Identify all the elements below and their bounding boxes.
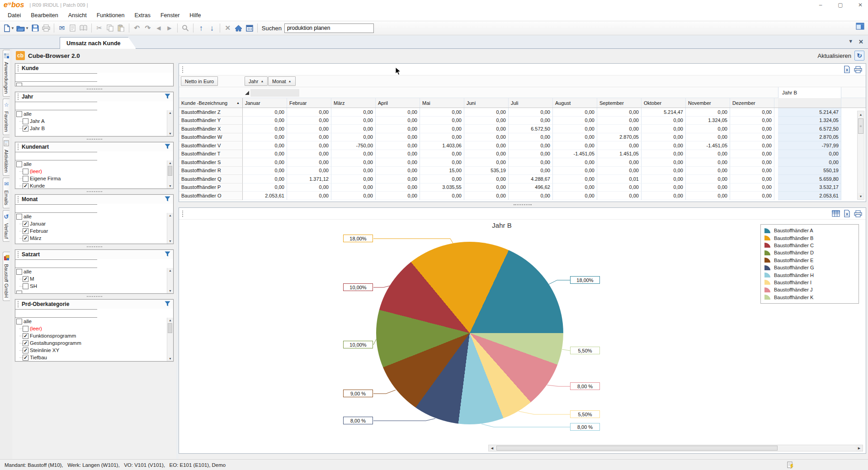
toolbar-open-folder-button[interactable]: ▼ xyxy=(15,22,30,34)
tab-close-icon[interactable]: ✕ xyxy=(859,38,863,45)
filter-item-jahr-alle[interactable]: alle xyxy=(15,110,173,118)
scroll-left-icon[interactable]: ◀ xyxy=(489,445,495,451)
filter-icon[interactable] xyxy=(165,144,170,149)
toolbar-home-button[interactable] xyxy=(233,22,244,34)
column-header-märz[interactable]: März xyxy=(331,98,376,108)
toolbar-paste-button[interactable] xyxy=(116,22,127,34)
maximize-button[interactable]: ▢ xyxy=(837,2,844,8)
excel-icon[interactable]: X xyxy=(844,210,850,217)
rail-tab-verlauf[interactable]: ↺Verlauf xyxy=(3,210,9,242)
scroll-up-icon[interactable]: ▲ xyxy=(169,319,172,322)
checkbox-checked-icon[interactable]: ✓ xyxy=(23,183,28,189)
refresh-button[interactable]: ↻ xyxy=(854,51,864,61)
scroll-up-icon[interactable]: ▲ xyxy=(169,269,172,272)
filter-item-prd-oberkategorie-alle[interactable]: alle xyxy=(15,318,173,325)
filter-item-prd-oberkategorie-tiefbau[interactable]: ✓Tiefbau xyxy=(15,354,173,361)
panel-splitter[interactable] xyxy=(15,294,174,299)
column-header-august[interactable]: August xyxy=(553,98,597,108)
menu-ansicht[interactable]: Ansicht xyxy=(63,11,92,20)
menu-extras[interactable]: Extras xyxy=(130,11,156,20)
toolbar-nav-forward-button[interactable]: ▶ xyxy=(164,22,175,34)
window-layout-icon[interactable] xyxy=(856,23,864,30)
scroll-thumb[interactable] xyxy=(496,446,778,451)
toolbar-report-button[interactable] xyxy=(67,22,78,34)
filter-item-monat-februar[interactable]: ✓Februar xyxy=(15,227,173,235)
toolbar-new-document-button[interactable]: ▼ xyxy=(3,22,15,34)
column-header-februar[interactable]: Februar xyxy=(287,98,331,108)
toolbar-calendar-button[interactable] xyxy=(244,22,255,34)
panel-splitter[interactable] xyxy=(15,189,174,194)
filter-icon[interactable] xyxy=(165,251,170,257)
drag-handle-icon[interactable] xyxy=(18,251,19,258)
filter-list-scrollbar[interactable]: ▲▼ xyxy=(167,318,173,361)
filter-item-kundenart-eigene-firma[interactable]: Eigene Firma xyxy=(15,175,173,182)
checkbox-unchecked-icon[interactable] xyxy=(16,214,22,220)
filter-item-jahr-jahr-a[interactable]: Jahr A xyxy=(15,118,173,125)
toolbar-book-button[interactable] xyxy=(78,22,89,34)
toolbar-nav-back-button[interactable]: ◀ xyxy=(153,22,164,34)
filter-item-kundenart-alle[interactable]: alle xyxy=(15,160,173,168)
scroll-up-icon[interactable]: ▲ xyxy=(169,111,172,114)
drag-handle-icon[interactable] xyxy=(182,211,184,217)
menu-hilfe[interactable]: Hilfe xyxy=(184,11,206,20)
filter-icon[interactable] xyxy=(165,196,170,202)
checkbox-unchecked-icon[interactable] xyxy=(16,161,22,167)
filter-item-satzart-alle[interactable]: alle xyxy=(15,268,173,275)
chart-horizontal-scrollbar[interactable]: ◀ ▶ xyxy=(488,445,863,451)
toolbar-cut-button[interactable]: ✂ xyxy=(94,22,105,34)
column-header-dezember[interactable]: Dezember xyxy=(730,98,774,108)
filter-item-satzart-sh[interactable]: SH xyxy=(15,282,173,290)
scroll-up-icon[interactable]: ▲ xyxy=(169,161,172,164)
checkbox-checked-icon[interactable]: ✓ xyxy=(23,355,28,361)
toolbar-save-button[interactable] xyxy=(30,22,41,34)
toolbar-email-button[interactable]: ✉ xyxy=(57,22,67,34)
toolbar-copy-button[interactable] xyxy=(105,22,116,34)
row-header-kunde-bezeichnung[interactable]: Kunde -Bezeichnung▲ xyxy=(179,98,243,108)
scroll-thumb[interactable]: ≡ xyxy=(858,118,863,134)
filter-list-scrollbar[interactable]: ▲▼ xyxy=(167,160,173,188)
filter-item-prd-oberkategorie-funktionsprogramm[interactable]: ✓Funktionsprogramm xyxy=(15,332,173,339)
scroll-down-icon[interactable]: ▼ xyxy=(169,132,172,135)
checkbox-checked-icon[interactable]: ✓ xyxy=(23,348,28,353)
panel-splitter[interactable] xyxy=(15,244,174,249)
scroll-down-icon[interactable]: ▼ xyxy=(169,240,172,243)
expand-group-icon[interactable] xyxy=(245,91,249,95)
measure-field-button[interactable]: Netto in Euro xyxy=(181,76,218,86)
filter-item-prd-oberkategorie-gestaltungsprogramm[interactable]: ✓Gestaltungsprogramm xyxy=(15,339,173,347)
scroll-up-icon[interactable]: ▲ xyxy=(858,111,864,118)
column-field-monat-button[interactable]: Monat▲ xyxy=(268,76,296,86)
filter-item-prd-oberkategorie-steinlinie-xy[interactable]: ✓Steinlinie XY xyxy=(15,347,173,354)
checkbox-unchecked-icon[interactable] xyxy=(23,283,28,289)
minimize-button[interactable]: – xyxy=(817,2,824,8)
filter-item-satzart-m[interactable]: ✓M xyxy=(15,275,173,282)
scroll-thumb[interactable] xyxy=(168,323,172,333)
filter-item-prd-oberkategorie-leer-[interactable]: (leer) xyxy=(15,325,173,332)
toolbar-undo-button[interactable]: ↶ xyxy=(132,22,142,34)
filter-icon[interactable] xyxy=(165,301,170,306)
print-blue-icon[interactable] xyxy=(854,66,862,73)
scroll-down-icon[interactable]: ▼ xyxy=(169,289,172,292)
filter-item-kundenart-kunde[interactable]: ✓Kunde xyxy=(15,182,173,188)
rail-tab-favoriten[interactable]: ☆Favoriten xyxy=(3,99,9,135)
search-input[interactable] xyxy=(284,24,374,33)
filter-list-scrollbar[interactable]: ▲▼ xyxy=(167,213,173,244)
dropdown-arrow-icon[interactable]: ▼ xyxy=(11,26,14,30)
checkbox-unchecked-icon[interactable] xyxy=(16,291,22,294)
checkbox-unchecked-icon[interactable] xyxy=(23,176,28,182)
rail-tab-baustoff-gmbh[interactable]: Baustoff GmbH xyxy=(3,252,10,301)
menu-datei[interactable]: Datei xyxy=(3,11,26,20)
toolbar-print-button[interactable] xyxy=(41,22,52,34)
toolbar-search-button[interactable] xyxy=(180,22,191,34)
filter-item-monat-märz[interactable]: ✓März xyxy=(15,235,173,242)
toolbar-move-down-button[interactable]: ↓ xyxy=(207,22,217,34)
checkbox-unchecked-icon[interactable] xyxy=(23,169,28,174)
filter-search-input[interactable] xyxy=(15,204,97,213)
checkbox-unchecked-icon[interactable] xyxy=(23,118,28,124)
table-vertical-scrollbar[interactable]: ▲ ≡ ▼ xyxy=(857,111,864,200)
dropdown-arrow-icon[interactable]: ▼ xyxy=(25,26,29,30)
checkbox-checked-icon[interactable]: ✓ xyxy=(23,235,28,241)
column-header-april[interactable]: April xyxy=(376,98,420,108)
drag-handle-icon[interactable] xyxy=(182,66,184,73)
checkbox-checked-icon[interactable]: ✓ xyxy=(23,333,28,339)
year-band-header[interactable]: Jahr B xyxy=(778,87,841,98)
